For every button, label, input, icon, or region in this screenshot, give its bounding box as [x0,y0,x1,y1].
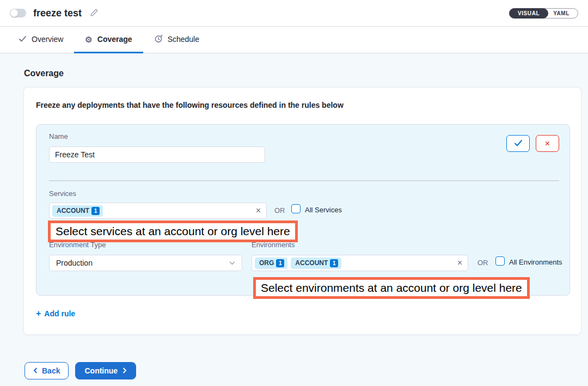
pencil-icon [90,8,99,19]
tab-schedule-label: Schedule [168,35,199,44]
tab-schedule[interactable]: Schedule [143,27,210,53]
environment-type-value: Production [56,259,93,267]
tab-coverage[interactable]: ⚙ Coverage [74,27,143,53]
edit-title-button[interactable] [89,7,100,20]
freeze-enabled-toggle[interactable] [10,9,26,17]
add-rule-label: Add rule [44,309,75,318]
checkmark-icon [514,139,523,148]
coverage-page: Coverage Freeze any deployments that hav… [0,53,588,386]
tab-overview[interactable]: Overview [8,27,74,53]
clear-services-icon[interactable]: × [256,206,261,215]
add-rule-button[interactable]: + Add rule [36,309,75,318]
chip-count-badge: 1 [91,207,100,215]
environment-chip-org[interactable]: ORG 1 [255,258,287,269]
tab-overview-label: Overview [32,35,63,44]
continue-button[interactable]: Continue [75,362,136,379]
visual-toggle-button[interactable]: VISUAL [509,8,548,19]
coverage-card: Freeze any deployments that have the fol… [23,87,581,335]
chevron-right-icon [122,366,127,375]
section-title: Coverage [24,69,588,78]
close-icon: × [545,139,550,148]
schedule-clock-icon [154,34,163,45]
toggle-knob [10,9,18,17]
name-label: Name [49,132,68,140]
rule-actions: × [506,135,559,152]
services-label: Services [49,189,76,198]
plus-icon: + [36,309,41,318]
all-environments-label: All Environments [509,258,562,266]
all-environments-checkbox[interactable] [495,256,505,266]
environments-or-label: OR [477,259,488,267]
gear-icon: ⚙ [85,35,92,44]
rule-name-input[interactable] [49,146,265,163]
rule-panel: Name × Services ACCOUNT 1 [36,124,570,296]
all-services-label: All Services [305,206,342,214]
back-label: Back [42,366,60,375]
wizard-footer: Back Continue [24,362,588,379]
chip-count-badge: 1 [276,259,284,267]
visual-yaml-switcher: VISUAL YAML [509,8,578,19]
environments-annotation-callout: Select environments at an account or org… [253,277,530,299]
chip-label: ACCOUNT [57,207,89,215]
service-chip-account[interactable]: ACCOUNT 1 [52,205,103,217]
clear-environments-icon[interactable]: × [457,259,462,267]
check-icon [19,35,27,44]
tab-bar: Overview ⚙ Coverage Schedule [0,27,588,53]
delete-rule-button[interactable]: × [536,135,559,152]
chevron-left-icon [33,366,38,375]
services-or-label: OR [274,206,285,215]
confirm-rule-button[interactable] [506,135,530,152]
environment-type-select[interactable]: Production [49,255,242,271]
panel-divider [49,180,559,181]
environments-multiselect[interactable]: ORG 1 ACCOUNT 1 × [252,255,468,271]
back-button[interactable]: Back [24,362,69,379]
card-description: Freeze any deployments that have the fol… [36,101,581,109]
page-title: freeze test [33,8,82,19]
chip-count-badge: 1 [330,259,338,267]
all-services-checkbox[interactable] [291,204,301,213]
services-annotation-callout: Select services at an account or org lev… [48,220,298,242]
continue-label: Continue [84,366,118,375]
environment-chip-account[interactable]: ACCOUNT 1 [291,258,341,269]
tab-coverage-label: Coverage [97,35,132,44]
chip-label: ACCOUNT [295,259,328,267]
services-multiselect[interactable]: ACCOUNT 1 × [49,203,267,219]
chip-label: ORG [259,259,274,267]
chevron-down-icon [229,261,235,265]
top-bar: freeze test VISUAL YAML [0,0,588,27]
